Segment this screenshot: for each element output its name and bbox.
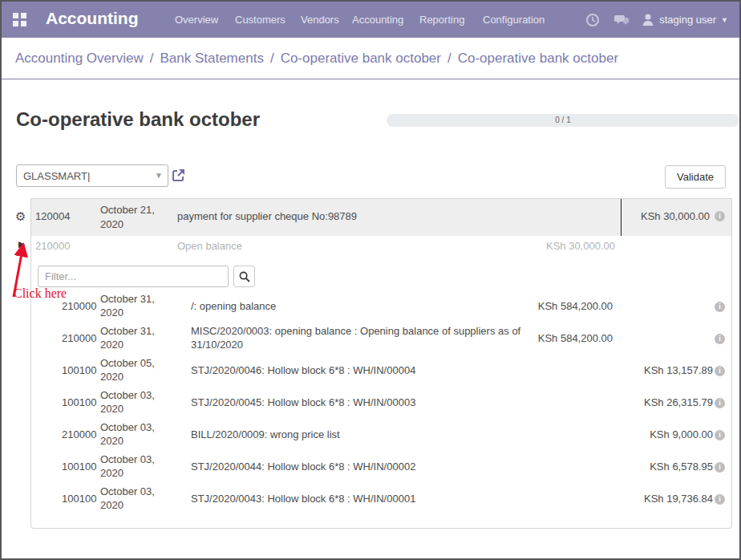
validate-button[interactable]: Validate <box>665 165 726 189</box>
info-icon[interactable]: i <box>715 494 725 505</box>
move-line-row[interactable]: 100100 October 03,2020 STJ/2020/0044: Ho… <box>31 450 731 482</box>
user-menu[interactable]: staging user ▼ <box>642 13 728 26</box>
open-balance-account: 210000 <box>35 240 70 252</box>
messages-chat-icon[interactable] <box>613 13 628 27</box>
pager-progress: 0 / 1 <box>387 114 739 127</box>
info-icon[interactable]: i <box>715 398 725 408</box>
annotation-click-here: Click here <box>14 286 67 301</box>
activities-clock-icon[interactable] <box>585 13 600 27</box>
nav-item-vendors[interactable]: Vendors <box>301 14 339 26</box>
line-credit: KSh 26,315.79 <box>537 396 713 408</box>
user-menu-caret-icon: ▼ <box>721 16 728 24</box>
line-date: October 05,2020 <box>100 356 168 383</box>
user-avatar-icon <box>642 13 654 26</box>
line-date: October 03,2020 <box>100 420 168 448</box>
line-account: 100100 <box>62 461 96 473</box>
open-balance-row[interactable]: 210000 Open balance KSh 30,000.00 <box>31 236 731 258</box>
nav-item-reporting[interactable]: Reporting <box>419 14 464 26</box>
page-title: Co-operative bank october <box>16 108 260 131</box>
line-credit: KSh 13,157.89 <box>537 364 713 376</box>
reconciliation-widget: 120004 October 21, 2020 payment for supp… <box>30 198 732 529</box>
line-label: STJ/2020/0045: Hollow block 6*8 : WH/IN/… <box>191 396 524 409</box>
statement-label: payment for supplier cheque No:98789 <box>177 210 357 222</box>
top-navbar: Accounting Overview Customers Vendors Ac… <box>2 2 739 38</box>
info-icon[interactable]: i <box>715 302 725 312</box>
statement-gear-icon[interactable]: ⚙ <box>15 209 26 224</box>
breadcrumb-separator: / <box>270 51 274 67</box>
move-line-row[interactable]: 100100 October 03,2020 STJ/2020/0043: Ho… <box>31 482 731 514</box>
line-debit: KSh 584,200.00 <box>440 300 613 312</box>
statement-line-row: 120004 October 21, 2020 payment for supp… <box>31 199 731 236</box>
move-line-row[interactable]: 210000 October 03,2020 BILL/2020/0009: w… <box>31 418 731 450</box>
app-window: Accounting Overview Customers Vendors Ac… <box>0 0 741 560</box>
line-account: 100100 <box>62 396 96 408</box>
line-credit: KSh 19,736.84 <box>537 493 713 505</box>
open-balance-amount: KSh 30,000.00 <box>416 240 615 252</box>
statement-date: October 21, 2020 <box>100 203 164 232</box>
line-date: October 31,2020 <box>100 292 168 319</box>
breadcrumb-current: Co-operative bank october <box>458 51 618 67</box>
nav-item-accounting[interactable]: Accounting <box>352 14 403 26</box>
line-account: 100100 <box>62 493 96 505</box>
expand-arrow-icon[interactable]: ▶ <box>18 239 25 250</box>
line-date: October 03,2020 <box>100 452 168 480</box>
breadcrumb-separator: / <box>447 51 451 67</box>
breadcrumb-bank-statements[interactable]: Bank Statements <box>160 51 263 67</box>
app-brand[interactable]: Accounting <box>46 9 139 28</box>
filter-input[interactable] <box>38 266 229 287</box>
navbar-right-group: staging user ▼ <box>585 2 728 38</box>
line-label: BILL/2020/0009: wrong price list <box>191 428 524 441</box>
statement-amount: KSh 30,000.00 <box>641 210 710 222</box>
line-account: 210000 <box>62 300 96 312</box>
line-date: October 03,2020 <box>100 388 168 416</box>
info-icon[interactable]: i <box>715 462 725 473</box>
user-name-label: staging user <box>659 14 716 26</box>
info-icon[interactable]: i <box>715 430 725 440</box>
move-lines-list: 210000 October 31,2020 /: opening balanc… <box>31 290 731 514</box>
nav-item-customers[interactable]: Customers <box>235 14 285 26</box>
info-icon[interactable]: i <box>715 211 725 221</box>
breadcrumb-separator: / <box>150 51 154 67</box>
line-account: 210000 <box>62 332 96 344</box>
statement-amount-cell: KSh 30,000.00 i <box>641 210 725 222</box>
search-button[interactable] <box>233 266 255 287</box>
line-credit: KSh 9,000.00 <box>537 428 713 440</box>
move-line-row[interactable]: 100100 October 03,2020 STJ/2020/0045: Ho… <box>31 386 731 418</box>
breadcrumb-accounting-overview[interactable]: Accounting Overview <box>15 51 144 67</box>
line-label: STJ/2020/0043: Hollow block 6*8 : WH/IN/… <box>191 492 524 505</box>
move-line-row[interactable]: 100100 October 05,2020 STJ/2020/0046: Ho… <box>31 354 731 386</box>
breadcrumb: Accounting Overview / Bank Statements / … <box>2 38 739 79</box>
open-balance-label: Open balance <box>177 240 242 252</box>
partner-input[interactable] <box>16 164 168 187</box>
filter-wrap <box>38 266 229 287</box>
breadcrumb-statement[interactable]: Co-operative bank october <box>281 51 441 67</box>
move-line-row[interactable]: 210000 October 31,2020 /: opening balanc… <box>31 290 731 322</box>
nav-item-configuration[interactable]: Configuration <box>483 14 545 26</box>
apps-grid-icon[interactable] <box>13 13 26 26</box>
line-date: October 31,2020 <box>100 324 168 351</box>
line-date: October 03,2020 <box>100 485 168 512</box>
line-account: 100100 <box>62 364 96 376</box>
nav-item-overview[interactable]: Overview <box>175 14 218 26</box>
search-icon <box>239 271 250 282</box>
line-label: STJ/2020/0044: Hollow block 6*8 : WH/IN/… <box>191 460 524 473</box>
external-link-icon[interactable] <box>171 168 186 183</box>
line-label: STJ/2020/0046: Hollow block 6*8 : WH/IN/… <box>191 363 524 377</box>
line-debit: KSh 584,200.00 <box>440 332 613 344</box>
statement-ref: 120004 <box>35 210 70 222</box>
info-icon[interactable]: i <box>715 366 725 376</box>
partner-select-wrap: ▼ <box>16 164 168 187</box>
line-credit: KSh 6,578.95 <box>537 461 713 473</box>
move-line-row[interactable]: 210000 October 31,2020 MISC/2020/0003: o… <box>31 322 731 354</box>
line-account: 210000 <box>62 428 96 440</box>
info-icon[interactable]: i <box>715 334 725 344</box>
